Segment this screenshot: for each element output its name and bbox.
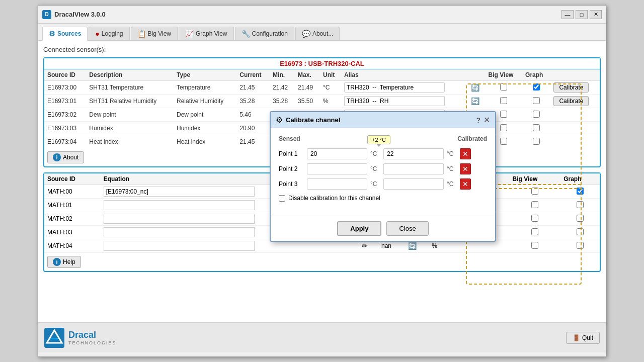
point2-calibrated-input[interactable] (383, 163, 444, 174)
apply-button[interactable]: Apply (337, 221, 381, 236)
point2-row: Point 2 °C °C ✕ (279, 163, 487, 174)
calibrated-label: Calibrated (457, 135, 487, 144)
modal-title: Calibrate channel (286, 116, 473, 124)
point1-calibrated-input[interactable] (383, 148, 444, 159)
calibrate-modal: ⚙ Calibrate channel ? ✕ Sensed +2 °C Cal… (270, 111, 496, 242)
tooltip-bubble: +2 °C (367, 135, 390, 144)
point1-sensed-unit: °C (370, 150, 380, 157)
modal-close-button[interactable]: Close (386, 221, 428, 236)
point3-sensed-input[interactable] (307, 178, 367, 190)
disable-calibration-row: Disable calibration for this channel (279, 195, 487, 202)
point1-calibrated-unit: °C (447, 150, 457, 157)
point1-label: Point 1 (279, 150, 304, 157)
point2-delete-button[interactable]: ✕ (460, 163, 471, 174)
sensed-label: Sensed (279, 135, 300, 144)
point3-calibrated-input[interactable] (383, 178, 444, 190)
modal-body: Sensed +2 °C Calibrated Point 1 °C °C ✕ … (271, 128, 495, 216)
point3-sensed-unit: °C (370, 180, 380, 188)
modal-overlay: ⚙ Calibrate channel ? ✕ Sensed +2 °C Cal… (38, 6, 606, 356)
point1-delete-button[interactable]: ✕ (460, 148, 471, 159)
point1-row: Point 1 °C °C ✕ (279, 148, 487, 159)
modal-title-bar: ⚙ Calibrate channel ? ✕ (271, 112, 495, 128)
modal-footer: Apply Close (271, 216, 495, 241)
modal-help-button[interactable]: ? (476, 116, 480, 124)
main-window: D DracalView 3.0.0 — □ ✕ ⚙ Sources ● Log… (38, 5, 606, 357)
point1-sensed-input[interactable] (307, 148, 367, 159)
point3-delete-button[interactable]: ✕ (460, 178, 471, 190)
point3-row: Point 3 °C °C ✕ (279, 178, 487, 190)
disable-calibration-label: Disable calibration for this channel (288, 195, 380, 202)
modal-close-x-button[interactable]: ✕ (484, 115, 490, 125)
modal-icon: ⚙ (276, 115, 283, 125)
point2-label: Point 2 (279, 165, 304, 172)
point2-sensed-unit: °C (370, 165, 380, 172)
disable-calibration-checkbox[interactable] (279, 195, 285, 202)
calibrate-header: Sensed +2 °C Calibrated (279, 135, 487, 144)
point3-label: Point 3 (279, 180, 304, 188)
point2-calibrated-unit: °C (447, 165, 457, 172)
point2-sensed-input[interactable] (307, 163, 367, 174)
point3-calibrated-unit: °C (447, 180, 457, 188)
